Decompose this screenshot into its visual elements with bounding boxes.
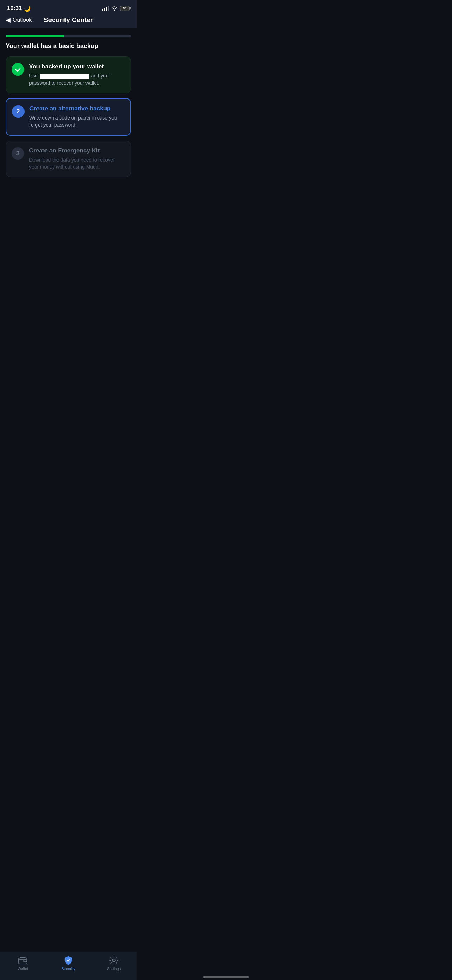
card-1-desc-pre: Use [29, 73, 38, 78]
progress-label: Your wallet has a basic backup [6, 42, 131, 50]
battery-level: 54 [123, 7, 126, 10]
progress-fill [6, 35, 64, 37]
battery-icon: 54 [120, 6, 130, 11]
wifi-icon [111, 6, 118, 11]
card-2-desc: Write down a code on paper in case you f… [29, 114, 125, 129]
card-1-title: You backed up your wallet [29, 63, 125, 70]
step-3-number: 3 [16, 150, 20, 157]
status-icons: 54 [102, 6, 130, 11]
back-chevron-icon: ◀ [6, 16, 11, 24]
back-button[interactable]: ◀ Outlook [6, 16, 32, 24]
signal-icon [102, 6, 108, 11]
moon-icon: 🌙 [24, 5, 31, 12]
step-2-number: 2 [17, 108, 20, 115]
progress-track [6, 35, 131, 37]
card-backup-done: You backed up your wallet Use and your p… [6, 56, 131, 93]
card-alternative-backup[interactable]: 2 Create an alternative backup Write dow… [6, 98, 131, 136]
card-emergency-kit[interactable]: 3 Create an Emergency Kit Download the d… [6, 140, 131, 177]
step-1-icon [11, 63, 24, 76]
main-content: Your wallet has a basic backup You backe… [0, 28, 137, 189]
page-title: Security Center [44, 16, 93, 24]
step-3-icon: 3 [11, 147, 24, 160]
card-2-title: Create an alternative backup [29, 105, 125, 112]
redacted-text [40, 73, 89, 79]
status-time: 10:31 [7, 5, 22, 12]
card-1-desc: Use and your password to recover your wa… [29, 72, 125, 87]
nav-bar: ◀ Outlook Security Center [0, 14, 137, 28]
progress-container: Your wallet has a basic backup [6, 35, 131, 50]
status-bar: 10:31 🌙 54 [0, 0, 137, 14]
card-3-desc: Download the data you need to recover yo… [29, 156, 125, 171]
back-label: Outlook [13, 17, 32, 23]
step-2-icon: 2 [12, 105, 24, 118]
card-3-title: Create an Emergency Kit [29, 147, 125, 154]
